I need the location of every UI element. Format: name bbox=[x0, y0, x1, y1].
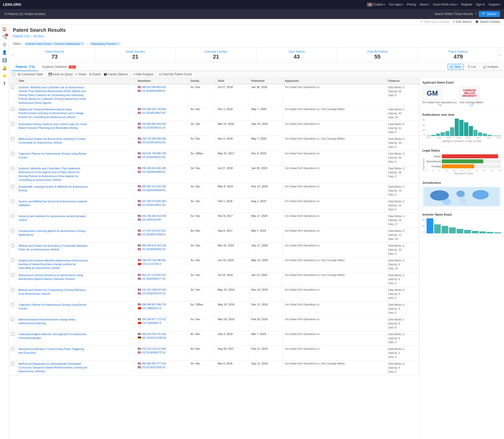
pub-bar-item[interactable] bbox=[474, 130, 478, 136]
tab-patents[interactable]: Patents (73) bbox=[12, 63, 38, 71]
pub-bar-item[interactable] bbox=[497, 136, 501, 136]
row-id2-link[interactable]: US 2019/0348767 A1 bbox=[142, 156, 166, 159]
row-title[interactable]: Method and System for Customizing a Driv… bbox=[18, 288, 88, 296]
cmu-logo-card[interactable]: CARNEGIEMELLONUNIVERSITY Univ Carnegie M… bbox=[460, 86, 484, 107]
pub-bar-item[interactable] bbox=[445, 131, 450, 136]
stat-patent-records[interactable]: Patent Records 73 bbox=[14, 48, 95, 63]
sidebar-item-bell[interactable]: 🔔 bbox=[2, 66, 7, 70]
row-id2-link[interactable]: US 2019/0344797 A1 bbox=[142, 292, 166, 295]
row-title[interactable]: Autonomous Driving Decisions at Intersec… bbox=[18, 273, 88, 281]
select-all-checkbox[interactable] bbox=[12, 73, 15, 76]
row-id2-link[interactable]: DE 102018121595 A1 bbox=[142, 336, 166, 339]
col-filed[interactable]: Filed bbox=[216, 78, 249, 84]
sidebar-item-filter[interactable]: 🔍 2 bbox=[2, 35, 7, 39]
row-id2-link[interactable]: US 2019/0056737 A1 bbox=[142, 351, 166, 354]
row-id2-link[interactable]: CN 108981911 A bbox=[142, 307, 161, 310]
breadcrumb-all-link[interactable]: All Docs bbox=[33, 35, 44, 38]
row-id1-link[interactable]: 191-700-082-913-43X bbox=[142, 215, 166, 217]
edit-search-link[interactable]: ✎ Edit Search bbox=[453, 20, 472, 24]
row-title[interactable]: Systems, Methods and Controllers That Im… bbox=[18, 167, 88, 182]
row-id2-link[interactable]: US 2020/0356828 A1 bbox=[142, 189, 166, 192]
inv-bar-item[interactable] bbox=[479, 231, 486, 233]
breadcrumb-patents-link[interactable]: Patents bbox=[13, 35, 23, 38]
row-id2-link[interactable]: US 2020/0033868 A1 bbox=[142, 90, 166, 92]
pub-bar-item[interactable] bbox=[441, 132, 445, 136]
language-selector[interactable]: 🇺🇸 English ▾ bbox=[367, 3, 385, 7]
filter-remove-icon[interactable]: ✕ bbox=[81, 42, 83, 45]
stat-patent-citations[interactable]: Patent Citations 479 bbox=[418, 48, 499, 63]
pub-bar-item[interactable] bbox=[427, 136, 431, 136]
col-identifiers[interactable]: Identifiers bbox=[135, 78, 188, 84]
site-logo[interactable]: LENS.ORG bbox=[3, 3, 21, 7]
stat-simple-families[interactable]: Simple Families 21 bbox=[95, 48, 176, 63]
row-id1-link[interactable]: 177-675-243-627-911 bbox=[142, 229, 166, 232]
inv-bar-item[interactable] bbox=[457, 229, 463, 233]
sidebar-item-user[interactable]: 👤 bbox=[2, 50, 7, 55]
row-id1-link[interactable]: 187-300-579-682-08X bbox=[142, 200, 166, 203]
pricing-link[interactable]: Pricing bbox=[407, 3, 416, 6]
row-id1-link[interactable]: 080-810-488-963-616 bbox=[142, 86, 166, 89]
inv-bar-item[interactable] bbox=[427, 218, 433, 233]
row-title[interactable]: Attention-based hierarchical lane change… bbox=[18, 318, 88, 325]
about-menu[interactable]: About ▾ bbox=[420, 3, 429, 6]
customize-table-button[interactable]: ⊞ Customise Table bbox=[18, 73, 43, 76]
pub-bar-item[interactable] bbox=[431, 135, 436, 136]
row-title[interactable]: Method and Apparatus for Automatically G… bbox=[18, 362, 88, 373]
row-title[interactable]: Trajectory Planner for Autonomous Drivin… bbox=[18, 303, 88, 311]
pub-bar-item[interactable] bbox=[450, 127, 454, 136]
row-id2-link[interactable]: US 2019/0072399 A1 bbox=[142, 233, 166, 236]
row-id1-link[interactable]: 080-259-516-403-140 bbox=[142, 244, 166, 247]
row-id2-link[interactable]: US 2019/0286151 A1 bbox=[142, 126, 166, 129]
row-checkbox[interactable] bbox=[11, 108, 14, 111]
row-checkbox[interactable] bbox=[11, 200, 14, 203]
pub-bar-item[interactable] bbox=[488, 135, 492, 136]
row-checkbox[interactable] bbox=[11, 167, 14, 170]
row-id1-link[interactable]: 180-259-977-172-375 bbox=[142, 318, 166, 321]
export-button[interactable]: ⬇ Export bbox=[89, 73, 101, 76]
row-id1-link[interactable]: 100-705-498-382-506 bbox=[142, 137, 166, 140]
row-checkbox[interactable] bbox=[11, 318, 14, 321]
pub-bar-item[interactable] bbox=[464, 122, 468, 136]
stat-cites-patents[interactable]: Cites Patents 43 bbox=[257, 48, 337, 63]
row-id2-link[interactable]: US 2020/0293041 A1 bbox=[142, 248, 166, 251]
row-checkbox[interactable] bbox=[11, 86, 14, 89]
stats-next-button[interactable]: › bbox=[499, 53, 502, 57]
stat-extended-families[interactable]: Extended Families 21 bbox=[176, 48, 256, 63]
search-button[interactable]: 🔍 Search bbox=[479, 11, 500, 17]
view-analysis-button[interactable]: 📊 Analysis bbox=[480, 64, 501, 70]
inv-bar-item[interactable] bbox=[449, 227, 456, 233]
row-checkbox[interactable] bbox=[11, 273, 14, 277]
pub-bar-item[interactable] bbox=[459, 120, 464, 136]
hide-query-link[interactable]: 👁 Hide Query Details bbox=[420, 20, 449, 24]
row-title[interactable]: Unsupervised Learning Agents for Autonom… bbox=[18, 229, 88, 237]
stats-prev-button[interactable]: ‹ bbox=[11, 53, 14, 57]
row-id1-link[interactable]: 030-300-034-392-495 bbox=[142, 167, 166, 170]
row-id2-link[interactable]: US 2019/0235521 A1 bbox=[142, 204, 166, 206]
pub-bar-item[interactable] bbox=[455, 119, 459, 136]
row-id1-link[interactable]: 060-966-902-077-019 bbox=[142, 362, 166, 365]
pub-bar-item[interactable] bbox=[492, 136, 497, 136]
sign-in-link[interactable]: Sign in bbox=[476, 3, 485, 6]
row-title[interactable]: Spatial and temporal attention-based dee… bbox=[18, 259, 88, 270]
row-checkbox[interactable] bbox=[11, 362, 14, 365]
row-checkbox[interactable] bbox=[11, 137, 14, 140]
col-title[interactable]: Title bbox=[16, 78, 136, 84]
row-title[interactable]: Systems and methods for autonomous vehic… bbox=[18, 214, 88, 222]
row-title[interactable]: Systems, Methods and Controllers for an … bbox=[18, 86, 88, 105]
pub-bar-item[interactable] bbox=[483, 134, 487, 136]
row-checkbox[interactable] bbox=[11, 229, 14, 232]
support-menu[interactable]: Support ▾ bbox=[489, 3, 501, 6]
row-id1-link[interactable]: 054-167-119-581-521 bbox=[142, 274, 166, 276]
pub-bar-item[interactable] bbox=[469, 126, 473, 136]
share-button[interactable]: ↗ Share bbox=[75, 73, 86, 76]
guest-work-area-menu[interactable]: Guest Work Area ▾ bbox=[433, 3, 458, 6]
hide-analysis-button[interactable]: ≡ Hide Analysis bbox=[133, 73, 154, 76]
row-title[interactable]: Method and System for Executing a Compos… bbox=[18, 244, 88, 252]
row-checkbox[interactable] bbox=[11, 347, 14, 350]
row-checkbox[interactable] bbox=[11, 214, 14, 218]
row-id1-link[interactable]: 102-669-882-826-624 bbox=[142, 123, 166, 125]
row-checkbox[interactable] bbox=[11, 244, 14, 247]
row-id2-link[interactable]: CN 110650961 A bbox=[142, 322, 161, 324]
pub-bar-item[interactable] bbox=[478, 132, 482, 136]
row-id2-link[interactable]: US 2020/0142421 A1 bbox=[142, 141, 166, 144]
